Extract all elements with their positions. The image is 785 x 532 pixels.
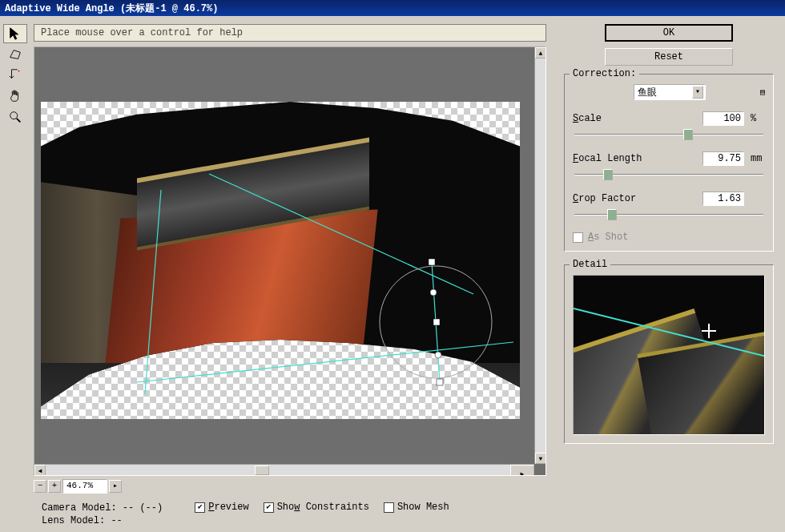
show-mesh-checkbox[interactable] — [384, 502, 394, 513]
zoom-in-button[interactable]: + — [48, 480, 61, 493]
preview-checkbox[interactable] — [195, 502, 205, 513]
vertical-scrollbar[interactable]: ▲ ▼ — [534, 47, 545, 464]
crop-factor-field[interactable]: 1.63 — [702, 191, 744, 206]
tool-polygon[interactable] — [3, 45, 27, 64]
scroll-up-icon[interactable]: ▲ — [535, 47, 546, 58]
detail-group: Detail — [564, 264, 774, 444]
scale-slider[interactable] — [574, 129, 763, 140]
focal-length-slider[interactable] — [574, 169, 763, 180]
help-bar: Place mouse over a control for help — [34, 24, 546, 42]
reset-button[interactable]: Reset — [605, 48, 733, 66]
move-cursor-icon — [702, 324, 716, 338]
preview-label: Preview — [208, 502, 248, 513]
scale-unit: % — [751, 113, 765, 124]
canvas[interactable]: ▲ ▼ ◀ ▶ — [34, 46, 546, 476]
focal-length-label: Focal Length — [573, 153, 696, 164]
window-title: Adaptive Wide Angle (未标题-1 @ 46.7%) — [0, 0, 785, 16]
scroll-right-icon[interactable]: ▶ — [510, 465, 534, 476]
camera-model-label: Camera Model: -- (--) — [42, 502, 163, 514]
detail-label: Detail — [570, 259, 610, 270]
tool-hand[interactable] — [3, 87, 27, 106]
correction-select[interactable]: 鱼眼 ▾ — [634, 84, 706, 100]
tool-magnify[interactable] — [3, 107, 27, 127]
scroll-down-icon[interactable]: ▼ — [535, 453, 546, 464]
zoom-dropdown-button[interactable]: ▸ — [109, 480, 122, 493]
crop-factor-label: Crop Factor — [573, 193, 696, 204]
zoom-field[interactable]: 46.7% — [62, 479, 107, 494]
toolbar — [0, 16, 34, 532]
correction-label: Correction: — [570, 68, 639, 79]
as-shot-checkbox — [573, 232, 583, 243]
focal-length-field[interactable]: 9.75 — [702, 151, 744, 166]
image-stage — [41, 102, 520, 419]
svg-line-2 — [17, 119, 21, 123]
scale-field[interactable]: 100 — [702, 111, 744, 126]
scroll-thumb[interactable] — [255, 466, 269, 475]
scale-label: Scale — [573, 113, 696, 124]
show-constraints-checkbox[interactable] — [264, 502, 274, 513]
correction-value: 鱼眼 — [638, 86, 657, 99]
chevron-down-icon[interactable]: ▾ — [692, 86, 703, 99]
crop-factor-slider[interactable] — [574, 209, 763, 220]
tool-pointer[interactable] — [3, 24, 27, 43]
scroll-left-icon[interactable]: ◀ — [34, 465, 46, 476]
panel-menu-icon[interactable]: ▤ — [760, 87, 765, 97]
ok-button[interactable]: OK — [605, 24, 733, 42]
show-mesh-label: Show Mesh — [397, 502, 449, 513]
correction-group: Correction: 鱼眼 ▾ ▤ Scale 100 % — [564, 74, 774, 252]
as-shot-label: As Shot — [588, 232, 628, 243]
svg-point-1 — [10, 112, 18, 119]
show-constraints-label: Show Constraints — [277, 502, 369, 513]
detail-preview — [573, 275, 765, 435]
tool-arrow-vertical[interactable] — [3, 66, 27, 85]
focal-length-unit: mm — [751, 153, 765, 164]
horizontal-scrollbar[interactable]: ◀ ▶ — [34, 464, 534, 475]
svg-point-0 — [18, 71, 20, 72]
zoom-out-button[interactable]: − — [34, 480, 46, 493]
lens-model-label: Lens Model: -- — [42, 514, 163, 527]
